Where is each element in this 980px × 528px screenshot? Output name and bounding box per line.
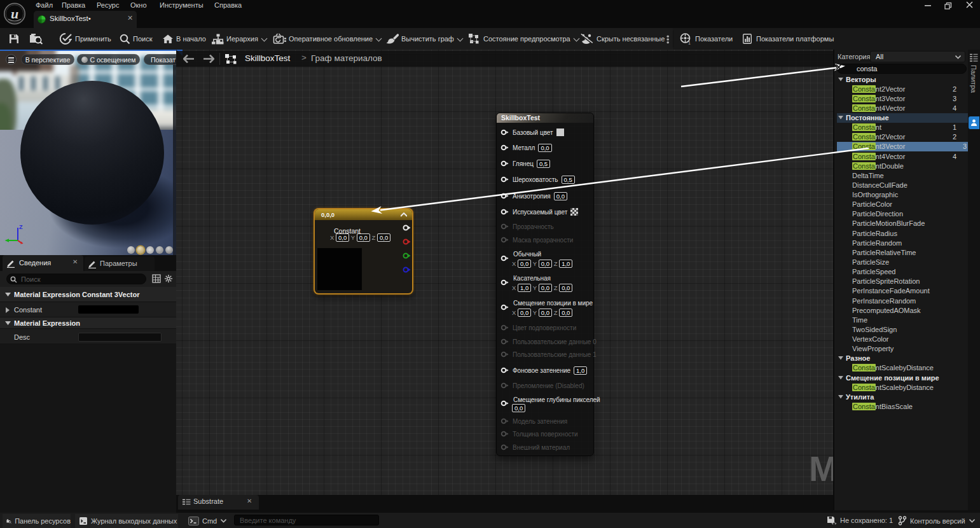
- svg-text:u: u: [11, 6, 18, 22]
- svg-text:Z: Z: [19, 224, 23, 230]
- svg-text:1: 1: [688, 41, 691, 45]
